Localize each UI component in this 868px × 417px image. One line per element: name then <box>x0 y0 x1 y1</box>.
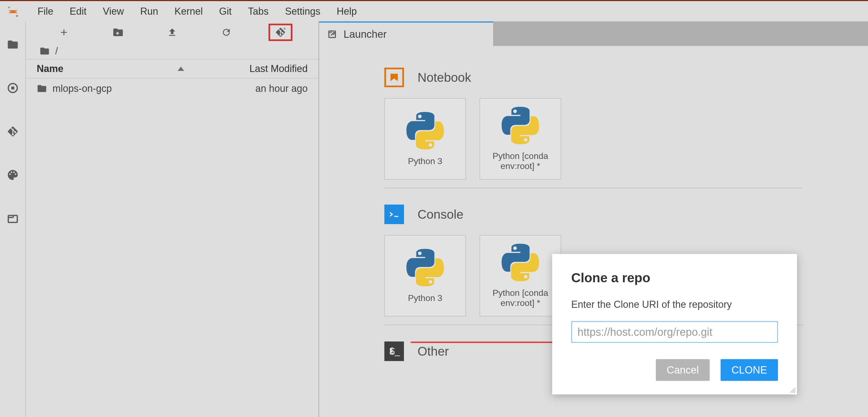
file-modified: an hour ago <box>255 83 308 94</box>
sort-asc-icon <box>178 67 184 71</box>
cancel-button[interactable]: Cancel <box>656 359 710 381</box>
filebrowser-header: Name Last Modified <box>26 60 318 78</box>
card-label: Python [conda env:root] * <box>483 151 558 171</box>
upload-button[interactable] <box>145 27 199 37</box>
other-section-icon: $_ <box>384 342 404 361</box>
filebrowser-breadcrumb[interactable]: / <box>26 43 318 60</box>
clone-uri-input[interactable] <box>571 321 778 343</box>
file-browser-panel: + / Name Last Modified mlops-on-gcp an h… <box>26 22 319 417</box>
section-title: Notebook <box>417 70 471 85</box>
resize-grip-icon[interactable] <box>789 386 795 393</box>
launcher-card-conda-console[interactable]: Python [conda env:root] * <box>479 235 561 316</box>
launcher-card-conda-notebook[interactable]: Python [conda env:root] * <box>479 98 561 180</box>
breadcrumb-root: / <box>55 45 58 57</box>
git-clone-button[interactable]: + <box>253 24 308 41</box>
svg-point-0 <box>8 6 10 8</box>
file-row[interactable]: mlops-on-gcp an hour ago <box>26 78 318 99</box>
refresh-button[interactable] <box>199 27 253 37</box>
tabs-icon[interactable] <box>6 212 20 225</box>
launcher-tab-icon <box>327 29 337 39</box>
folder-icon <box>39 46 50 56</box>
git-icon[interactable] <box>6 125 20 138</box>
python-icon <box>501 243 539 281</box>
tab-bar: Launcher <box>319 22 868 46</box>
card-label: Python 3 <box>408 293 442 303</box>
menu-git[interactable]: Git <box>211 3 240 20</box>
column-modified[interactable]: Last Modified <box>249 63 308 74</box>
menu-file[interactable]: File <box>29 3 61 20</box>
console-section-icon <box>384 205 404 224</box>
menu-kernel[interactable]: Kernel <box>166 3 211 20</box>
menu-run[interactable]: Run <box>132 3 166 20</box>
section-title: Other <box>417 344 449 358</box>
folder-icon[interactable] <box>6 38 20 51</box>
notebook-section-icon <box>384 68 404 87</box>
python-icon <box>501 106 539 144</box>
folder-icon <box>37 83 47 94</box>
new-launcher-button[interactable] <box>37 27 91 37</box>
filebrowser-toolbar: + <box>26 22 318 43</box>
launcher-card-python3-notebook[interactable]: Python 3 <box>384 98 466 180</box>
dialog-title: Clone a repo <box>571 270 778 285</box>
column-name[interactable]: Name <box>37 63 63 74</box>
svg-point-1 <box>16 15 18 17</box>
tab-launcher[interactable]: Launcher <box>319 22 493 46</box>
launcher-card-python3-console[interactable]: Python 3 <box>384 235 466 316</box>
main-menubar: File Edit View Run Kernel Git Tabs Setti… <box>0 1 868 22</box>
python-icon <box>406 249 444 287</box>
clone-repo-dialog: Clone a repo Enter the Clone URI of the … <box>552 254 797 394</box>
card-label: Python [conda env:root] * <box>483 288 558 308</box>
menu-settings[interactable]: Settings <box>277 3 329 20</box>
tab-title: Launcher <box>344 29 386 40</box>
new-folder-button[interactable] <box>91 27 145 38</box>
menu-help[interactable]: Help <box>329 3 365 20</box>
menu-edit[interactable]: Edit <box>61 3 95 20</box>
jupyter-logo <box>5 5 21 18</box>
svg-line-14 <box>794 391 795 393</box>
svg-text:$_: $_ <box>390 346 400 356</box>
menu-tabs[interactable]: Tabs <box>240 3 277 20</box>
svg-text:+: + <box>283 27 286 32</box>
svg-rect-3 <box>11 86 14 90</box>
section-title: Console <box>417 207 464 222</box>
tab-bar-empty <box>493 22 868 46</box>
clone-button[interactable]: CLONE <box>720 359 778 381</box>
running-icon[interactable] <box>6 81 20 95</box>
card-label: Python 3 <box>408 156 442 166</box>
activity-bar <box>0 22 26 417</box>
python-icon <box>406 112 444 150</box>
file-name: mlops-on-gcp <box>53 83 112 94</box>
section-notebook: Notebook Python 3 Python [conda env:root… <box>384 68 803 188</box>
menu-view[interactable]: View <box>95 3 132 20</box>
dialog-prompt: Enter the Clone URI of the repository <box>571 299 778 310</box>
palette-icon[interactable] <box>6 168 20 182</box>
